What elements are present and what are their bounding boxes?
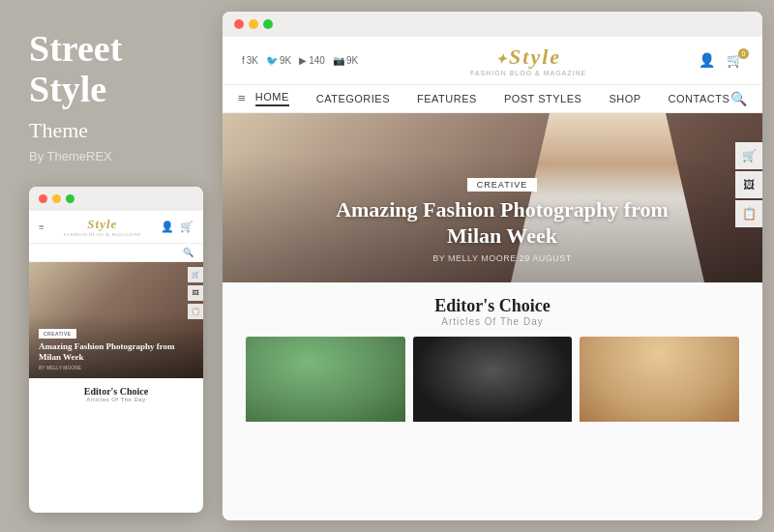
- yt-count: 140: [309, 55, 325, 66]
- mini-search-bar: 🔍: [29, 244, 203, 262]
- fb-count: 3K: [247, 55, 258, 66]
- nav-features[interactable]: FEATURES: [417, 93, 477, 104]
- mini-side-gallery: 🖼: [188, 285, 203, 301]
- ig-link[interactable]: 📷 9K: [333, 55, 358, 66]
- hero-title: Amazing Fashion Photography from Milan W…: [319, 197, 685, 249]
- site-logo: ✦Style FASHION BLOG & MAGAZINE: [470, 44, 586, 76]
- mini-editors-section: Editor's Choice Articles Of The Day: [29, 378, 203, 407]
- mini-site-header: ≡ Style FASHION BLOG & MAGAZINE 👤 🛒: [29, 211, 203, 244]
- card-image-1: [246, 337, 405, 422]
- side-action-buttons: 🛒 🖼 📋: [735, 142, 762, 229]
- site-nav: ≡ HOME CATEGORIES FEATURES POST STYLES S…: [223, 85, 762, 113]
- nav-hamburger-icon[interactable]: ≡: [238, 91, 246, 106]
- mini-user-icon: 👤: [161, 221, 174, 233]
- cards-row: [223, 337, 762, 520]
- mini-search-icon: 🔍: [183, 248, 194, 257]
- side-list-button[interactable]: 📋: [735, 200, 762, 227]
- mini-editors-title: Editor's Choice: [39, 386, 194, 397]
- mini-side-list: 📋: [188, 304, 203, 319]
- mini-editors-subtitle: Articles Of The Day: [39, 397, 194, 402]
- user-icon[interactable]: 👤: [699, 52, 715, 69]
- mini-browser-bar: [29, 187, 203, 211]
- creative-badge: CREATIVE: [467, 178, 537, 192]
- mini-side-cart: 🛒: [188, 267, 203, 282]
- nav-contacts[interactable]: CONTACTS: [669, 93, 730, 104]
- mini-dot-yellow: [52, 194, 61, 203]
- mini-hero: CREATIVE Amazing Fashion Photography fro…: [29, 262, 203, 378]
- hero-section: CREATIVE Amazing Fashion Photography fro…: [223, 113, 762, 282]
- fb-link[interactable]: f 3K: [242, 55, 258, 66]
- header-icons: 👤 🛒 0: [699, 52, 743, 69]
- nav-post-styles[interactable]: POST STYLES: [504, 93, 582, 104]
- nav-categories[interactable]: CATEGORIES: [316, 93, 390, 104]
- nav-shop[interactable]: SHOP: [609, 93, 640, 104]
- left-panel: Street Style Theme By ThemeREX ≡ Style F…: [0, 0, 223, 532]
- nav-home[interactable]: HOME: [255, 91, 289, 106]
- card-2[interactable]: [413, 337, 573, 509]
- theme-by: By ThemeREX: [29, 149, 203, 163]
- mini-header-icons: 👤 🛒: [161, 221, 194, 233]
- tw-count: 9K: [280, 55, 291, 66]
- editors-title: Editor's Choice: [242, 296, 743, 316]
- theme-title: Street Style: [29, 29, 203, 110]
- side-gallery-button[interactable]: 🖼: [735, 171, 762, 198]
- mini-hero-title: Amazing Fashion Photography from Milan W…: [39, 341, 194, 363]
- card-image-2: [413, 337, 573, 422]
- mini-dot-red: [39, 194, 47, 203]
- mini-logo: Style FASHION BLOG & MAGAZINE: [63, 217, 141, 237]
- card-image-3: [580, 337, 739, 422]
- mini-hero-meta: BY MELLY MOORE: [39, 365, 194, 370]
- card-3[interactable]: [580, 337, 739, 509]
- mini-cart-icon: 🛒: [180, 221, 194, 233]
- ig-count: 9K: [346, 55, 358, 66]
- social-links: f 3K 🐦 9K ▶ 140 📷 9K: [242, 55, 358, 66]
- mini-hamburger-icon: ≡: [39, 222, 45, 232]
- yt-link[interactable]: ▶ 140: [299, 55, 325, 66]
- hero-meta: BY MELLY MOORE 29 AUGUST: [319, 253, 685, 263]
- hero-content: CREATIVE Amazing Fashion Photography fro…: [223, 155, 762, 282]
- cart-icon[interactable]: 🛒 0: [727, 52, 743, 69]
- nav-search-icon[interactable]: 🔍: [730, 91, 747, 107]
- editors-subtitle: Articles Of The Day: [242, 316, 743, 327]
- mini-dot-green: [66, 194, 74, 203]
- mini-browser-preview: ≡ Style FASHION BLOG & MAGAZINE 👤 🛒 🔍 CR…: [29, 187, 203, 513]
- theme-subtitle: Theme: [29, 118, 203, 143]
- site-header: f 3K 🐦 9K ▶ 140 📷 9K ✦Style FASHION BLOG…: [223, 37, 762, 85]
- dot-yellow: [249, 19, 258, 29]
- mini-creative-badge: CREATIVE: [39, 329, 76, 339]
- cart-count: 0: [738, 48, 749, 59]
- browser-bar: [223, 12, 762, 37]
- card-1[interactable]: [246, 337, 405, 509]
- editors-section: Editor's Choice Articles Of The Day: [223, 282, 762, 337]
- main-browser: f 3K 🐦 9K ▶ 140 📷 9K ✦Style FASHION BLOG…: [223, 12, 762, 520]
- dot-red: [234, 19, 244, 29]
- side-cart-button[interactable]: 🛒: [735, 142, 762, 169]
- dot-green: [263, 19, 273, 29]
- mini-side-icons: 🛒 🖼 📋: [188, 267, 203, 319]
- tw-link[interactable]: 🐦 9K: [266, 55, 291, 66]
- mini-hero-overlay: CREATIVE Amazing Fashion Photography fro…: [29, 314, 203, 378]
